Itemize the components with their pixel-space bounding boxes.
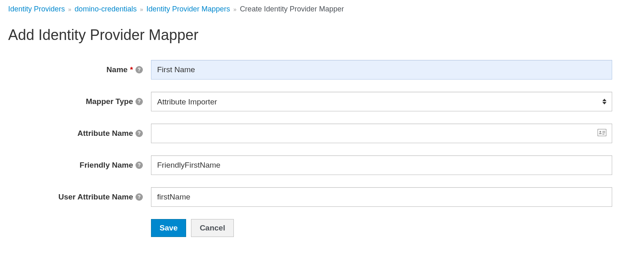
button-row: Save Cancel (151, 219, 636, 237)
form-row-mapper-type: Mapper Type ? Attribute Importer (8, 92, 636, 111)
help-icon[interactable]: ? (135, 162, 143, 169)
mapper-type-label: Mapper Type ? (8, 97, 151, 106)
breadcrumb-current: Create Identity Provider Mapper (240, 5, 344, 13)
name-input[interactable] (151, 60, 612, 80)
form-row-user-attribute-name: User Attribute Name ? (8, 187, 636, 207)
user-attribute-name-label: User Attribute Name ? (8, 193, 151, 202)
mapper-type-select[interactable]: Attribute Importer (151, 92, 612, 111)
breadcrumb-link-identity-providers[interactable]: Identity Providers (8, 5, 65, 13)
breadcrumb-separator-icon: » (233, 6, 237, 13)
form-row-friendly-name: Friendly Name ? (8, 155, 636, 175)
breadcrumb-link-domino-credentials[interactable]: domino-credentials (75, 5, 137, 13)
cancel-button[interactable]: Cancel (191, 219, 233, 237)
friendly-name-label: Friendly Name ? (8, 161, 151, 170)
attribute-name-label: Attribute Name ? (8, 129, 151, 138)
mapper-type-label-text: Mapper Type (86, 97, 133, 106)
help-icon[interactable]: ? (135, 130, 143, 137)
breadcrumb-separator-icon: » (68, 6, 71, 13)
page-title: Add Identity Provider Mapper (8, 27, 636, 44)
save-button[interactable]: Save (151, 219, 186, 237)
attribute-name-input[interactable] (151, 124, 612, 143)
user-attribute-name-label-text: User Attribute Name (58, 193, 133, 202)
required-star-icon: * (130, 65, 133, 74)
friendly-name-input[interactable] (151, 155, 612, 175)
help-icon[interactable]: ? (135, 193, 143, 201)
name-label: Name * ? (8, 65, 151, 74)
friendly-name-label-text: Friendly Name (80, 161, 133, 170)
form-row-name: Name * ? (8, 60, 636, 80)
name-label-text: Name (107, 65, 128, 74)
breadcrumb-link-identity-provider-mappers[interactable]: Identity Provider Mappers (147, 5, 230, 13)
breadcrumb-separator-icon: » (140, 6, 143, 13)
breadcrumb: Identity Providers » domino-credentials … (8, 5, 636, 13)
attribute-name-label-text: Attribute Name (78, 129, 133, 138)
help-icon[interactable]: ? (135, 98, 143, 105)
form-row-attribute-name: Attribute Name ? (8, 124, 636, 143)
mapper-form: Name * ? Mapper Type ? Attribute Importe… (8, 60, 636, 237)
help-icon[interactable]: ? (135, 66, 143, 73)
user-attribute-name-input[interactable] (151, 187, 612, 207)
